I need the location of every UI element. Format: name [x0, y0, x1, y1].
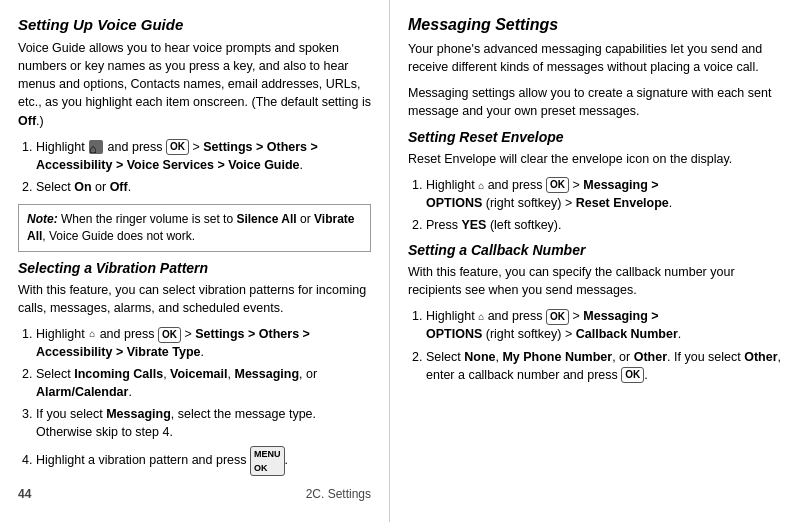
callback-step-1: Highlight ⌂ and press OK > Messaging >OP… [426, 307, 789, 343]
reset-envelope-bold: Reset Envelope [576, 196, 669, 210]
home-icon: ⌂ [89, 140, 103, 154]
step-1: Highlight ⌂ and press OK > Settings > Ot… [36, 138, 371, 174]
my-phone-bold: My Phone Number [502, 350, 612, 364]
none-bold: None [464, 350, 495, 364]
ok-button-icon: OK [166, 139, 189, 155]
home-icon-4: ⌂ [478, 311, 484, 322]
left-main-body: Voice Guide allows you to hear voice pro… [18, 39, 371, 130]
left-column: Setting Up Voice Guide Voice Guide allow… [0, 0, 390, 522]
other-bold: Other [634, 350, 667, 364]
page-container: Setting Up Voice Guide Voice Guide allow… [0, 0, 807, 522]
page-number: 44 [18, 487, 31, 501]
other-bold2: Other [744, 350, 777, 364]
ok-button-icon-3: OK [546, 177, 569, 193]
home-icon-3: ⌂ [478, 180, 484, 191]
ok-button-icon-5: OK [621, 367, 644, 383]
vibration-step-2: Select Incoming Calls, Voicemail, Messag… [36, 365, 371, 401]
ok-button-icon-2: OK [158, 327, 181, 343]
right-main-body2: Messaging settings allow you to create a… [408, 84, 789, 120]
right-main-title: Messaging Settings [408, 16, 789, 34]
voicemail-bold: Voicemail [170, 367, 227, 381]
reset-envelope-steps: Highlight ⌂ and press OK > Messaging >OP… [426, 176, 789, 234]
note-text: When the ringer volume is set to Silence… [27, 212, 355, 243]
right-column: Messaging Settings Your phone's advanced… [390, 0, 807, 522]
vibration-step-3: If you select Messaging, select the mess… [36, 405, 371, 441]
callback-steps: Highlight ⌂ and press OK > Messaging >OP… [426, 307, 789, 384]
reset-envelope-title: Setting Reset Envelope [408, 129, 789, 145]
incoming-bold: Incoming Calls [74, 367, 163, 381]
ok-button-icon-4: OK [546, 309, 569, 325]
step-2: Select On or Off. [36, 178, 371, 196]
off-bold2: Off [110, 180, 128, 194]
reset-envelope-body: Reset Envelope will clear the envelope i… [408, 150, 789, 168]
off-bold: Off [18, 114, 36, 128]
vibration-step-1: Highlight ⌂ and press OK > Settings > Ot… [36, 325, 371, 361]
vibration-step-4: Highlight a vibration pattern and press … [36, 446, 371, 476]
reset-step-1: Highlight ⌂ and press OK > Messaging >OP… [426, 176, 789, 212]
vibrate-all-bold: Vibrate All [27, 212, 355, 243]
note-box: Note: When the ringer volume is set to S… [18, 204, 371, 252]
on-bold: On [74, 180, 91, 194]
page-footer: 44 2C. Settings [18, 484, 371, 504]
vibration-steps: Highlight ⌂ and press OK > Settings > Ot… [36, 325, 371, 476]
silence-all-bold: Silence All [236, 212, 296, 226]
vibration-body: With this feature, you can select vibrat… [18, 281, 371, 317]
voice-guide-steps: Highlight ⌂ and press OK > Settings > Ot… [36, 138, 371, 196]
left-main-title: Setting Up Voice Guide [18, 16, 371, 33]
reset-step-2: Press YES (left softkey). [426, 216, 789, 234]
callback-step-2: Select None, My Phone Number, or Other. … [426, 348, 789, 384]
callback-title: Setting a Callback Number [408, 242, 789, 258]
vibration-title: Selecting a Vibration Pattern [18, 260, 371, 276]
yes-bold: YES [461, 218, 486, 232]
home-icon-2: ⌂ [89, 328, 95, 339]
messaging-bold2: Messaging [106, 407, 171, 421]
alarm-bold: Alarm/Calendar [36, 385, 128, 399]
page-label: 2C. Settings [306, 487, 371, 501]
menu-ok-icon: MENUOK [250, 446, 285, 476]
callback-body: With this feature, you can specify the c… [408, 263, 789, 299]
note-label: Note: [27, 212, 58, 226]
right-main-body1: Your phone's advanced messaging capabili… [408, 40, 789, 76]
messaging-bold: Messaging [234, 367, 299, 381]
callback-number-bold: Callback Number [576, 327, 678, 341]
